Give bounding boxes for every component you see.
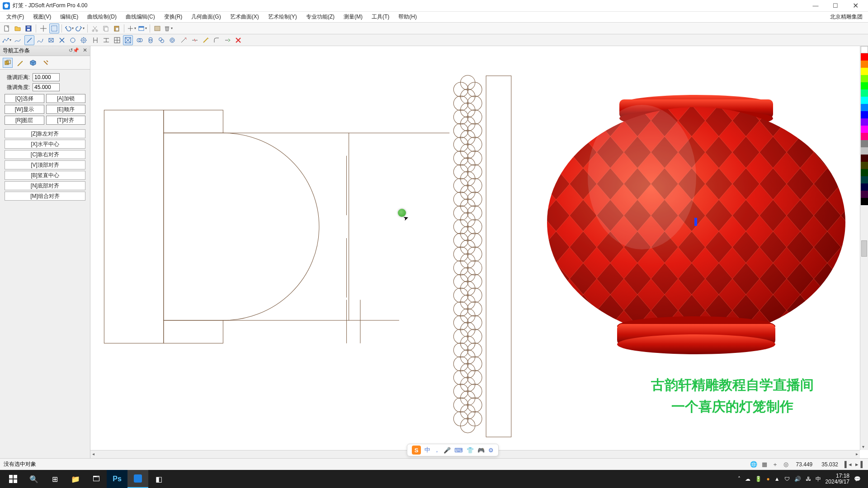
dist-input[interactable] [33,73,60,81]
taskview-button[interactable]: ⊞ [44,470,65,488]
color-swatch[interactable] [861,162,868,169]
delete-dropdown-button[interactable]: ▾ [163,23,173,33]
menu-curve-edit[interactable]: 曲线编辑(C) [121,12,160,22]
search-button[interactable]: 🔍 [24,470,44,488]
new-file-button[interactable] [2,23,12,33]
color-swatch[interactable] [861,118,868,126]
close-button[interactable]: ✕ [845,1,865,11]
menu-transform[interactable]: 变换(R) [160,12,187,22]
menu-help[interactable]: 帮助(H) [394,12,421,22]
menu-edit[interactable]: 编辑(E) [56,12,83,22]
align-hcenter[interactable]: [X]水平中心 [5,140,85,149]
menu-measure[interactable]: 测量(M) [339,12,367,22]
color-swatch[interactable] [861,82,868,89]
ime-item-5[interactable]: 🎮 [477,447,485,454]
ring2-button[interactable] [146,35,156,45]
angle-input[interactable] [33,83,60,91]
color-swatch[interactable] [861,111,868,118]
color-swatch[interactable] [861,140,868,147]
color-swatch[interactable] [861,46,868,53]
color-swatch[interactable] [861,183,868,191]
artform-taskbar-button[interactable] [127,470,148,488]
snap-cross-button[interactable] [38,23,48,33]
system-tray[interactable]: ˄ ☁ 🔋 ● ▲ 🛡 🔊 🖧 中 17:18 2024/9/17 💬 [738,473,865,485]
tray-network-icon[interactable]: 🖧 [806,476,811,482]
circle-tool-button[interactable] [68,35,78,45]
break-button[interactable] [190,35,200,45]
sogou-icon[interactable]: S [412,446,421,455]
align-left[interactable]: [Z]靠左对齐 [5,129,85,138]
open-file-button[interactable] [13,23,23,33]
btn-lock[interactable]: [A]加锁 [46,94,86,103]
color-swatch[interactable] [861,133,868,140]
start-button[interactable] [3,470,24,488]
btn-select[interactable]: [Q]选择 [5,94,44,103]
menu-tools[interactable]: 工具(T) [367,12,394,22]
tray-battery-icon[interactable]: 🔋 [755,476,762,482]
tab-pencil[interactable] [15,58,25,68]
line-tool-button[interactable] [24,35,34,45]
cross-tool-button[interactable] [57,35,67,45]
color-swatch[interactable] [861,97,868,104]
ring3-button[interactable] [156,35,166,45]
dimension-h-button[interactable] [101,35,111,45]
menu-curve-draw[interactable]: 曲线绘制(D) [83,12,121,22]
align-group[interactable]: [M]组合对齐 [5,192,85,201]
btn-layer[interactable]: [R]图层 [5,116,44,125]
color-swatch[interactable] [861,89,868,97]
tray-orange-icon[interactable]: ● [766,476,769,482]
cut-button[interactable] [90,23,100,33]
ime-item-0[interactable]: 中 [425,446,430,454]
freehand-tool-button[interactable] [13,35,23,45]
extend-button[interactable] [222,35,232,45]
align-top[interactable]: [V]顶部对齐 [5,160,85,169]
status-plus-icon[interactable]: ＋ [771,460,779,469]
ime-item-4[interactable]: 👕 [467,447,474,454]
select-button[interactable] [49,23,59,33]
tray-volume-icon[interactable]: 🔊 [794,476,801,482]
tray-notifications-icon[interactable]: 💬 [854,476,861,482]
paste-button[interactable] [112,23,122,33]
menu-art-surface[interactable]: 艺术曲面(X) [226,12,264,22]
grid-button[interactable] [112,35,122,45]
tray-onedrive-icon[interactable]: ▲ [774,476,780,482]
color-palette[interactable] [861,46,868,458]
tab-transform[interactable] [3,58,13,68]
status-grid-icon[interactable]: ▦ [760,460,769,469]
color-swatch[interactable] [861,68,868,75]
align-vcenter[interactable]: [B]竖直中心 [5,171,85,180]
status-prev-icon[interactable]: ▌◂ [844,460,852,469]
panel-close-icon[interactable]: ✕ [83,47,87,53]
render-button[interactable] [152,23,162,33]
align-bottom[interactable]: [N]底部对齐 [5,181,85,190]
trim-button[interactable] [179,35,189,45]
btn-order[interactable]: [E]顺序 [46,105,86,114]
rect-tool-button[interactable] [46,35,56,45]
color-swatch[interactable] [861,75,868,82]
menu-pro[interactable]: 专业功能(Z) [302,12,339,22]
color-swatch[interactable] [861,176,868,183]
color-swatch[interactable] [861,53,868,61]
ime-toolbar[interactable]: S 中 ， 🎤 ⌨ 👕 🎮 ⚙ [407,444,499,456]
ime-item-3[interactable]: ⌨ [454,447,463,454]
status-globe-icon[interactable]: 🌐 [750,460,758,469]
menu-art-draw[interactable]: 艺术绘制(Y) [264,12,302,22]
tray-defender-icon[interactable]: 🛡 [784,476,790,482]
status-next-icon[interactable]: ▸▐ [855,460,863,469]
maximize-button[interactable]: ☐ [826,1,845,11]
tab-tool[interactable] [41,58,51,68]
ime-item-2[interactable]: 🎤 [443,447,451,454]
dimension-v-button[interactable] [90,35,100,45]
color-swatch[interactable] [861,155,868,162]
view-dropdown-button[interactable]: ▾ [137,23,147,33]
explorer-button[interactable]: 📁 [65,470,86,488]
btn-align[interactable]: [T]对齐 [46,116,86,125]
undo-button[interactable]: ▾ [64,23,74,33]
tab-cube[interactable] [28,58,38,68]
ime-item-6[interactable]: ⚙ [488,447,494,454]
redo-button[interactable]: ▾ [75,23,85,33]
status-target-icon[interactable]: ◎ [782,460,790,469]
color-swatch[interactable] [861,126,868,133]
grid-diag-button[interactable] [123,35,133,45]
ring1-button[interactable] [135,35,145,45]
